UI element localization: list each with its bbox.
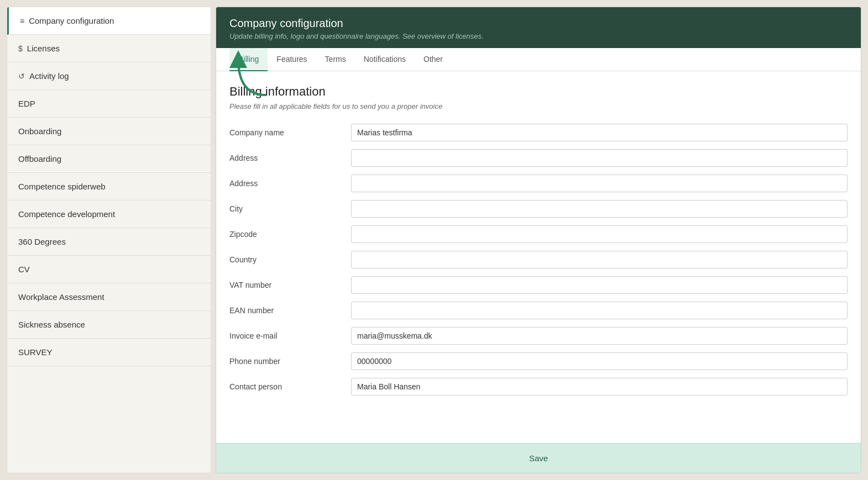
page-title: Company configuration: [229, 17, 848, 30]
sidebar-item-offboarding[interactable]: Offboarding: [7, 145, 211, 173]
billing-content: Billing information Please fill in all a…: [216, 71, 861, 434]
form-input-company-name[interactable]: [351, 124, 848, 141]
form-row-phone-number: Phone number: [229, 352, 848, 370]
sidebar-icon-licenses: $: [18, 44, 23, 53]
sidebar-item-cv[interactable]: CV: [7, 256, 211, 283]
form-row-country: Country: [229, 251, 848, 268]
sidebar-label-activity-log: Activity log: [29, 71, 69, 81]
sidebar-label-offboarding: Offboarding: [18, 154, 61, 163]
tab-features[interactable]: Features: [268, 48, 316, 71]
form-label-city: City: [229, 204, 351, 213]
sidebar-label-360-degrees: 360 Degrees: [18, 237, 66, 246]
form-label-ean-number: EAN number: [229, 306, 351, 315]
sidebar-label-licenses: Licenses: [27, 44, 60, 53]
form-row-ean-number: EAN number: [229, 302, 848, 319]
form-input-city[interactable]: [351, 200, 848, 218]
page-header: Company configuration Update billing inf…: [216, 7, 861, 48]
form-label-contact-person: Contact person: [229, 382, 351, 391]
form-input-contact-person[interactable]: [351, 378, 848, 395]
form-row-address1: Address: [229, 149, 848, 167]
form-label-invoice-email: Invoice e-mail: [229, 331, 351, 340]
sidebar-icon-activity-log: ↺: [18, 72, 25, 81]
tab-terms[interactable]: Terms: [316, 48, 355, 71]
sidebar-item-licenses[interactable]: $Licenses: [7, 35, 211, 62]
billing-subtitle: Please fill in all applicable fields for…: [229, 102, 848, 110]
sidebar-item-competence-spiderweb[interactable]: Competence spiderweb: [7, 173, 211, 201]
form-row-vat-number: VAT number: [229, 276, 848, 294]
sidebar-label-competence-development: Competence development: [18, 209, 115, 219]
form-label-company-name: Company name: [229, 128, 351, 137]
tab-other[interactable]: Other: [415, 48, 452, 71]
form-label-phone-number: Phone number: [229, 357, 351, 366]
sidebar-item-onboarding[interactable]: Onboarding: [7, 118, 211, 145]
page-subtitle: Update billing info, logo and questionna…: [229, 32, 848, 40]
form-label-country: Country: [229, 255, 351, 264]
sidebar-item-edp[interactable]: EDP: [7, 90, 211, 118]
sidebar-icon-company-configuration: ≡: [20, 17, 24, 25]
sidebar-label-edp: EDP: [18, 99, 35, 108]
form-input-address1[interactable]: [351, 149, 848, 167]
sidebar-item-sickness-absence[interactable]: Sickness absence: [7, 311, 211, 339]
sidebar-label-survey: SURVEY: [18, 347, 52, 357]
sidebar-label-workplace-assessment: Workplace Assessment: [18, 292, 104, 302]
form-row-invoice-email: Invoice e-mail: [229, 327, 848, 345]
sidebar-item-competence-development[interactable]: Competence development: [7, 201, 211, 228]
tab-billing[interactable]: Billing: [229, 48, 268, 71]
save-button[interactable]: Save: [518, 451, 559, 465]
form-input-vat-number[interactable]: [351, 276, 848, 294]
form-input-address2[interactable]: [351, 175, 848, 192]
sidebar-item-workplace-assessment[interactable]: Workplace Assessment: [7, 283, 211, 311]
sidebar-label-onboarding: Onboarding: [18, 126, 61, 136]
form-label-address2: Address: [229, 179, 351, 188]
save-bar: Save: [216, 443, 861, 473]
tab-bar: BillingFeaturesTermsNotificationsOther: [216, 48, 861, 71]
billing-title: Billing information: [229, 85, 848, 99]
sidebar-label-sickness-absence: Sickness absence: [18, 320, 85, 329]
sidebar-item-activity-log[interactable]: ↺Activity log: [7, 62, 211, 90]
form-label-address1: Address: [229, 154, 351, 162]
form-input-phone-number[interactable]: [351, 352, 848, 370]
sidebar-label-cv: CV: [18, 265, 30, 274]
form-row-company-name: Company name: [229, 124, 848, 141]
form-row-city: City: [229, 200, 848, 218]
form-input-country[interactable]: [351, 251, 848, 268]
form-row-address2: Address: [229, 175, 848, 192]
sidebar-label-company-configuration: Company configuration: [29, 16, 114, 25]
tab-notifications[interactable]: Notifications: [355, 48, 415, 71]
sidebar-item-360-degrees[interactable]: 360 Degrees: [7, 228, 211, 256]
sidebar-item-survey[interactable]: SURVEY: [7, 339, 211, 366]
sidebar: ≡Company configuration$Licenses↺Activity…: [7, 7, 211, 473]
sidebar-label-competence-spiderweb: Competence spiderweb: [18, 182, 106, 191]
form-row-contact-person: Contact person: [229, 378, 848, 395]
form-label-vat-number: VAT number: [229, 281, 351, 289]
form-label-zipcode: Zipcode: [229, 230, 351, 239]
form-input-zipcode[interactable]: [351, 225, 848, 243]
form-row-zipcode: Zipcode: [229, 225, 848, 243]
main-content: Company configuration Update billing inf…: [216, 7, 861, 473]
form-input-ean-number[interactable]: [351, 302, 848, 319]
sidebar-item-company-configuration[interactable]: ≡Company configuration: [7, 7, 211, 35]
form-input-invoice-email[interactable]: [351, 327, 848, 345]
